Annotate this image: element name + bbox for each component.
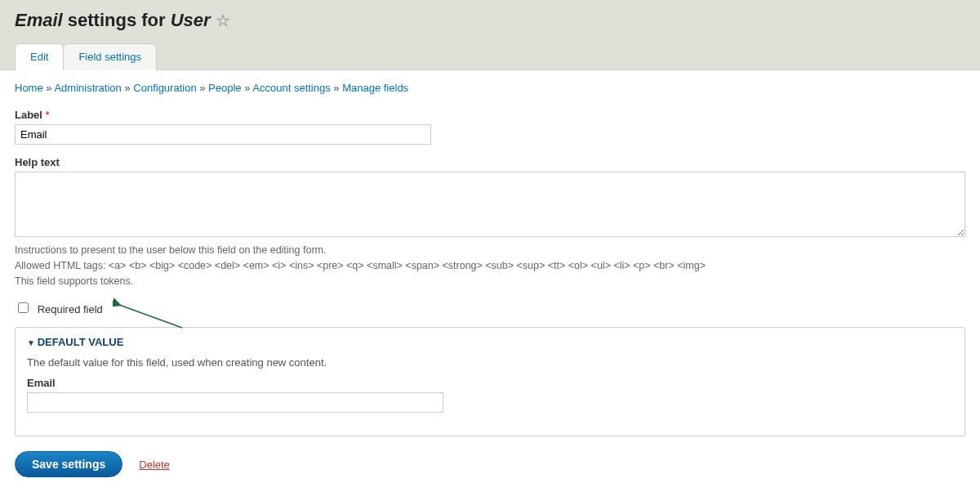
label-field-label: Label * bbox=[15, 109, 965, 121]
tab-field-settings[interactable]: Field settings bbox=[63, 43, 157, 70]
help-text-textarea[interactable] bbox=[15, 172, 965, 237]
title-prefix: Email bbox=[15, 10, 63, 30]
default-value-summary[interactable]: Default value bbox=[16, 328, 964, 356]
default-value-description: The default value for this field, used w… bbox=[27, 356, 953, 369]
required-field-label: Required field bbox=[38, 303, 103, 315]
tab-edit[interactable]: Edit bbox=[15, 43, 64, 70]
breadcrumb-administration[interactable]: Administration bbox=[54, 82, 121, 94]
save-settings-button[interactable]: Save settings bbox=[15, 451, 122, 477]
help-text-wrapper: Help text Instructions to present to the… bbox=[15, 156, 965, 288]
default-value-field-label: Email bbox=[27, 377, 953, 389]
breadcrumb-manage-fields[interactable]: Manage fields bbox=[342, 82, 408, 94]
default-value-input[interactable] bbox=[27, 392, 443, 413]
form-actions: Save settings Delete bbox=[15, 451, 965, 477]
required-field-wrapper: Required field bbox=[15, 300, 965, 315]
required-asterisk-icon: * bbox=[46, 109, 50, 121]
breadcrumb: Home » Administration » Configuration » … bbox=[15, 82, 965, 94]
breadcrumb-people[interactable]: People bbox=[208, 82, 241, 94]
help-text-description: Instructions to present to the user belo… bbox=[15, 243, 965, 288]
title-suffix: User bbox=[171, 10, 211, 30]
default-value-fieldset: Default value The default value for this… bbox=[15, 327, 965, 436]
primary-tabs: Edit Field settings bbox=[15, 43, 965, 70]
delete-link[interactable]: Delete bbox=[139, 458, 170, 471]
page-title: Email settings for User ☆ bbox=[15, 10, 965, 31]
favorite-star-icon[interactable]: ☆ bbox=[216, 12, 230, 29]
breadcrumb-home[interactable]: Home bbox=[15, 82, 43, 94]
breadcrumb-configuration[interactable]: Configuration bbox=[133, 82, 196, 94]
title-mid: settings for bbox=[63, 10, 171, 30]
annotation-arrow-icon bbox=[113, 295, 186, 331]
label-input[interactable] bbox=[15, 124, 431, 145]
label-field-wrapper: Label * bbox=[15, 109, 965, 145]
required-field-checkbox[interactable] bbox=[18, 302, 29, 313]
help-text-label: Help text bbox=[15, 156, 965, 168]
breadcrumb-account-settings[interactable]: Account settings bbox=[252, 82, 330, 94]
svg-line-0 bbox=[119, 305, 182, 328]
